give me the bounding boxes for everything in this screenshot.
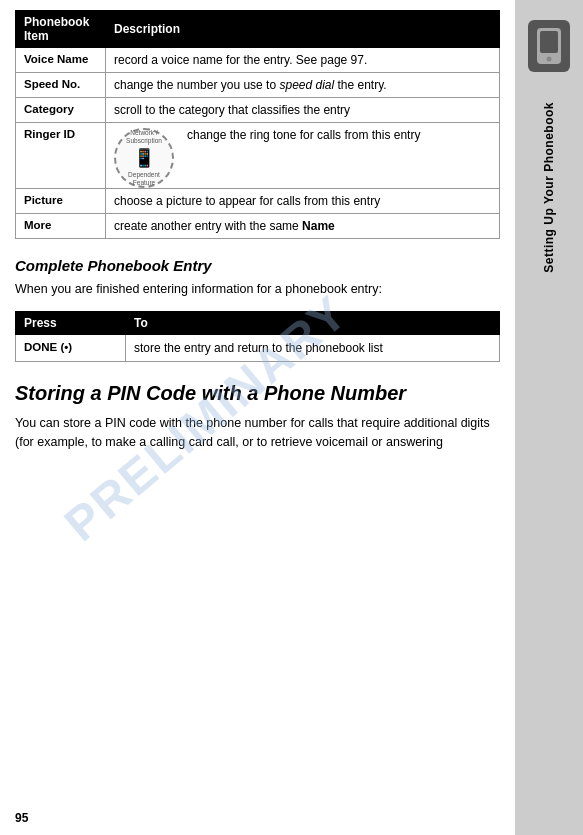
phone-icon-sidebar <box>528 20 570 72</box>
item-voice-name: Voice Name <box>16 48 106 73</box>
section2-heading: Storing a PIN Code with a Phone Number <box>15 380 500 406</box>
section1-text: When you are finished entering informati… <box>15 280 500 299</box>
desc-more: create another entry with the same Name <box>106 214 500 239</box>
table-row: Voice Name record a voice name for the e… <box>16 48 500 73</box>
svg-rect-1 <box>540 31 558 53</box>
desc-ringer-id: Network / Subscription 📱 Dependent Featu… <box>106 123 500 189</box>
network-subscription-badge: Network / Subscription 📱 Dependent Featu… <box>114 128 179 183</box>
press-done: DONE (•) <box>16 334 126 361</box>
desc-voice-name: record a voice name for the entry. See p… <box>106 48 500 73</box>
name-bold: Name <box>302 219 335 233</box>
item-category: Category <box>16 98 106 123</box>
phone-svg-icon <box>535 28 563 64</box>
table1-header-item: Phonebook Item <box>16 11 106 48</box>
sidebar-label: Setting Up Your Phonebook <box>542 102 556 273</box>
item-ringer-id: Ringer ID <box>16 123 106 189</box>
desc-picture: choose a picture to appear for calls fro… <box>106 189 500 214</box>
table2-header-press: Press <box>16 311 126 334</box>
item-more: More <box>16 214 106 239</box>
table-row: Ringer ID Network / Subscription 📱 Depen… <box>16 123 500 189</box>
right-sidebar: Setting Up Your Phonebook <box>515 0 583 835</box>
svg-point-2 <box>547 57 552 62</box>
table-row: DONE (•) store the entry and return to t… <box>16 334 500 361</box>
table1-header-desc: Description <box>106 11 500 48</box>
page-number: 95 <box>15 811 28 825</box>
table-row: Picture choose a picture to appear for c… <box>16 189 500 214</box>
ringer-desc-text: change the ring tone for calls from this… <box>187 128 420 142</box>
badge-phone-icon: 📱 <box>133 147 155 169</box>
item-speed-no: Speed No. <box>16 73 106 98</box>
table-row: Category scroll to the category that cla… <box>16 98 500 123</box>
speed-dial-italic: speed dial <box>279 78 334 92</box>
table2-header-to: To <box>126 311 500 334</box>
section1-heading: Complete Phonebook Entry <box>15 257 500 274</box>
badge-circle: Network / Subscription 📱 Dependent Featu… <box>114 128 174 188</box>
table-row: More create another entry with the same … <box>16 214 500 239</box>
badge-bottom-text: Dependent Feature <box>120 171 168 187</box>
section2-text: You can store a PIN code with the phone … <box>15 414 500 453</box>
badge-top-text: Network / Subscription <box>120 129 168 145</box>
desc-speed-no: change the number you use to speed dial … <box>106 73 500 98</box>
phonebook-item-table: Phonebook Item Description Voice Name re… <box>15 10 500 239</box>
to-store-entry: store the entry and return to the phoneb… <box>126 334 500 361</box>
item-picture: Picture <box>16 189 106 214</box>
press-to-table: Press To DONE (•) store the entry and re… <box>15 311 500 362</box>
table-row: Speed No. change the number you use to s… <box>16 73 500 98</box>
desc-category: scroll to the category that classifies t… <box>106 98 500 123</box>
ringer-id-cell: Network / Subscription 📱 Dependent Featu… <box>114 128 491 183</box>
